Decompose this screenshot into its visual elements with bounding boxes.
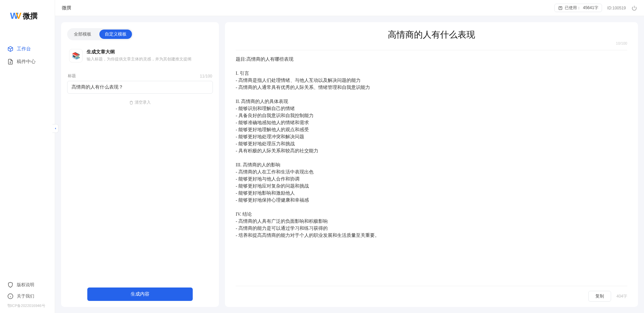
document-line: 题目:高情商的人有哪些表现 [236, 56, 627, 63]
document-title[interactable]: 高情商的人有什么表现 [236, 29, 627, 41]
tab-custom-templates[interactable]: 自定义模板 [99, 30, 132, 39]
template-tabs: 全部模板 自定义模板 [67, 28, 133, 40]
document-line [236, 154, 627, 161]
document-line: - 高情商是指人们处理情绪、与他人互动以及解决问题的能力 [236, 77, 627, 84]
copy-button[interactable]: 复制 [588, 291, 611, 302]
document-line: - 高情商的人具有广泛的负面影响和积极影响 [236, 218, 627, 225]
document-line: - 能够更好地影响和激励他人 [236, 190, 627, 197]
document-line: - 具有积极的人际关系和较高的社交能力 [236, 147, 627, 154]
usage-pill: 已使用：45641字 [554, 4, 602, 12]
sidebar-item-label: 关于我们 [17, 293, 34, 299]
document-line: - 能够更好地处理冲突和解决问题 [236, 133, 627, 140]
sidebar-item-label: 工作台 [17, 46, 31, 52]
document-line: - 能够准确地感知他人的情绪和需求 [236, 119, 627, 126]
template-card[interactable]: 📚 生成文章大纲 输入标题，为你提供文章主体的灵感，并为其创建推文提纲 [67, 46, 213, 67]
template-desc: 输入标题，为你提供文章主体的灵感，并为其创建推文提纲 [87, 56, 191, 62]
document-line: - 高情商的能力是可以通过学习和练习获得的 [236, 225, 627, 232]
sidebar-item-drafts[interactable]: 稿件中心 [7, 55, 55, 68]
document-line: - 能够更好地处理压力和挑战 [236, 140, 627, 147]
template-icon: 📚 [69, 49, 83, 62]
cube-icon [7, 46, 13, 52]
title-field-label: 标题 [68, 73, 76, 79]
sidebar-item-copyright[interactable]: 版权说明 [7, 279, 55, 291]
usage-prefix: 已使用： [565, 5, 581, 11]
document-title-counter: 10/100 [616, 41, 627, 45]
page-title: 微撰 [62, 5, 549, 11]
sidebar-footer: 版权说明 关于我们 鄂ICP备2022016946号 [0, 279, 55, 313]
document-line: III. 高情商的人的影响 [236, 161, 627, 168]
generate-button[interactable]: 生成内容 [87, 288, 193, 301]
document-icon [7, 59, 13, 65]
document-line: - 具备良好的自我意识和自我控制能力 [236, 112, 627, 119]
trash-icon [129, 101, 133, 105]
divider [236, 50, 627, 50]
chevron-left-icon [54, 127, 57, 130]
document-line: IV. 结论 [236, 211, 627, 218]
logo-text: 微撰 [23, 11, 38, 21]
document-line: - 能够更好地保持心理健康和幸福感 [236, 197, 627, 204]
sidebar-item-workspace[interactable]: 工作台 [7, 43, 55, 55]
clear-input-button[interactable]: 清空录入 [67, 100, 213, 105]
sidebar-collapse-handle[interactable] [52, 124, 58, 133]
usage-value: 45641字 [583, 5, 598, 11]
output-panel: 高情商的人有什么表现 10/100 题目:高情商的人有哪些表现 I. 引言- 高… [225, 22, 638, 307]
sidebar-nav: 工作台 稿件中心 [0, 29, 55, 279]
sidebar-item-label: 版权说明 [17, 282, 34, 288]
word-count: 404字 [616, 294, 627, 299]
shield-icon [7, 282, 13, 288]
document-line: - 培养和提高高情商的能力对于个人的职业发展和生活质量至关重要。 [236, 232, 627, 239]
sidebar-item-about[interactable]: 关于我们 [7, 291, 55, 302]
document-line: - 能够更好地应对复杂的问题和挑战 [236, 182, 627, 190]
title-input[interactable] [67, 81, 213, 94]
tab-all-templates[interactable]: 全部模板 [68, 30, 97, 39]
logo-mark: WV [10, 11, 21, 21]
power-button[interactable] [631, 5, 637, 11]
document-line: I. 引言 [236, 70, 627, 77]
document-line: - 能够识别和理解自己的情绪 [236, 105, 627, 112]
document-line [236, 204, 627, 211]
sidebar-item-label: 稿件中心 [17, 59, 36, 65]
document-line: - 高情商的人在工作和生活中表现出色 [236, 168, 627, 175]
document-body[interactable]: 题目:高情商的人有哪些表现 I. 引言- 高情商是指人们处理情绪、与他人互动以及… [236, 56, 627, 283]
user-id: ID:100519 [607, 6, 626, 10]
template-panel: 全部模板 自定义模板 📚 生成文章大纲 输入标题，为你提供文章主体的灵感，并为其… [61, 22, 219, 307]
document-line [236, 91, 627, 98]
power-icon [632, 5, 637, 11]
topbar: 微撰 已使用：45641字 ID:100519 [55, 0, 644, 16]
document-line: - 能够更好地与他人合作和协调 [236, 175, 627, 182]
title-input-counter: 11/100 [200, 74, 212, 79]
books-icon: 📚 [72, 52, 80, 60]
template-title: 生成文章大纲 [87, 49, 191, 55]
document-line: - 能够更好地理解他人的观点和感受 [236, 126, 627, 133]
text-icon [558, 6, 563, 10]
document-line: II. 高情商的人的具体表现 [236, 98, 627, 105]
icp-text: 鄂ICP备2022016946号 [7, 302, 55, 308]
info-icon [7, 293, 13, 299]
logo: WV 微撰 [0, 0, 55, 29]
sidebar: WV 微撰 工作台 稿件中心 版权说明 关于我们 鄂ICP备20220 [0, 0, 55, 313]
document-line: - 高情商的人通常具有优秀的人际关系、情绪管理和自我意识能力 [236, 84, 627, 91]
document-line [236, 63, 627, 70]
